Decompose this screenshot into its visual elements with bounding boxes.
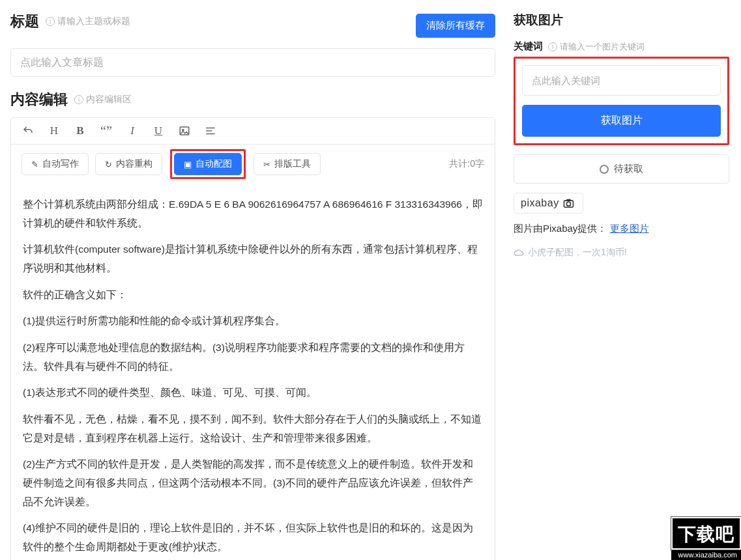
title-header-row: 标题 i 请输入主题或标题 清除所有缓存 — [10, 12, 495, 39]
editor-container: H B “” I U ✎ 自动写作 ↻ 内容重构 ▣ — [10, 117, 495, 560]
svg-point-1 — [182, 129, 184, 130]
info-icon: i — [548, 42, 557, 51]
clear-cache-button[interactable]: 清除所有缓存 — [416, 14, 495, 38]
bold-icon[interactable]: B — [74, 124, 87, 137]
side-title-head: 获取图片 — [514, 12, 729, 29]
watermark-url: www.xiazaiba.com — [671, 550, 741, 560]
pending-button[interactable]: 待获取 — [514, 154, 729, 184]
svg-point-6 — [566, 202, 570, 206]
title-section-label: 标题 — [10, 12, 39, 31]
watermark: 下载吧 www.xiazaiba.com — [671, 517, 741, 560]
keyword-input[interactable] — [522, 65, 721, 96]
content-paragraph: 计算机软件(computer software)是指计算机系统中除硬件以外的所有… — [23, 240, 483, 277]
pixabay-badge: pixabay — [514, 193, 583, 214]
align-left-icon[interactable] — [204, 124, 217, 137]
auto-write-label: 自动写作 — [42, 158, 79, 170]
camera-icon — [563, 199, 576, 208]
tip-row: 小虎子配图，一次1淘币! — [514, 247, 729, 259]
content-paragraph: (2)程序可以满意地处理信息的数据结构。(3)说明程序功能要求和程序需要的文档的… — [23, 339, 483, 376]
watermark-text: 下载吧 — [671, 517, 741, 550]
content-section-head: 内容编辑 i 内容编辑区 — [10, 90, 495, 109]
side-column: 获取图片 关键词 i 请输入一个图片关键词 获取图片 待获取 pixabay 图… — [502, 0, 741, 560]
restructure-label: 内容重构 — [116, 158, 153, 170]
content-paragraph: 软件看不见，无色，枯燥，看不见，摸不到，闻不到。软件大部分存在于人们的头脑或纸上… — [23, 410, 483, 447]
picture-icon: ▣ — [184, 160, 192, 169]
tool-icon: ✂ — [263, 160, 270, 169]
italic-icon[interactable]: I — [126, 124, 139, 137]
side-title: 获取图片 — [514, 12, 563, 29]
format-toolbar: H B “” I U — [11, 118, 495, 145]
title-section-head: 标题 i 请输入主题或标题 — [10, 12, 130, 31]
circle-icon — [600, 165, 609, 174]
undo-icon[interactable] — [22, 124, 35, 137]
tip-text: 小虎子配图，一次1淘币! — [528, 247, 627, 259]
info-icon: i — [46, 17, 55, 26]
svg-rect-7 — [566, 199, 570, 201]
content-paragraph: (1)提供运行时所需功能和性能的命令或计算机程序集合。 — [23, 312, 483, 331]
refresh-icon: ↻ — [105, 160, 112, 169]
restructure-button[interactable]: ↻ 内容重构 — [95, 153, 162, 175]
content-paragraph: (1)表达形式不同的硬件类型、颜色、味道、可见、可摸、可闻。 — [23, 384, 483, 402]
content-hint-text: 内容编辑区 — [86, 94, 132, 105]
fetch-image-button[interactable]: 获取图片 — [522, 105, 721, 137]
title-hint-text: 请输入主题或标题 — [57, 16, 130, 27]
info-icon: i — [74, 95, 83, 104]
content-paragraph: (2)生产方式不同的软件是开发，是人类智能的高发挥，而不是传统意义上的硬件制造。… — [23, 455, 483, 511]
credit-prefix: 图片由Pixabay提供： — [514, 223, 607, 234]
credit-row: 图片由Pixabay提供： 更多图片 — [514, 223, 729, 235]
heading-icon[interactable]: H — [48, 124, 61, 137]
auto-image-button[interactable]: ▣ 自动配图 — [174, 153, 242, 175]
keyword-subhead: 关键词 i 请输入一个图片关键词 — [514, 40, 729, 53]
content-section-label: 内容编辑 — [10, 90, 68, 109]
layout-tool-button[interactable]: ✂ 排版工具 — [254, 153, 321, 175]
keyword-highlight-panel: 获取图片 — [514, 57, 729, 145]
keyword-hint-text: 请输入一个图片关键词 — [560, 41, 645, 53]
keyword-label: 关键词 — [514, 40, 543, 53]
action-toolbar: ✎ 自动写作 ↻ 内容重构 ▣ 自动配图 ✂ 排版工具 共计:0字 — [11, 145, 495, 184]
title-hint: i 请输入主题或标题 — [46, 16, 130, 27]
content-paragraph: (4)维护不同的硬件是旧的，理论上软件是旧的，并不坏，但实际上软件也是旧的和坏的… — [23, 519, 483, 556]
article-title-input[interactable] — [10, 48, 495, 77]
image-icon[interactable] — [178, 124, 191, 137]
word-count: 共计:0字 — [449, 158, 484, 170]
auto-image-label: 自动配图 — [196, 158, 232, 170]
keyword-hint: i 请输入一个图片关键词 — [548, 41, 645, 53]
content-editable-area[interactable]: 整个计算机系统由两部分组成：E.69DA 5 E 6 BA 9062616964… — [11, 184, 495, 560]
more-images-link[interactable]: 更多图片 — [610, 223, 649, 234]
pending-label: 待获取 — [614, 163, 643, 175]
content-hint: i 内容编辑区 — [74, 94, 132, 105]
quote-icon[interactable]: “” — [100, 124, 113, 137]
pixabay-text: pixabay — [521, 197, 559, 209]
main-column: 标题 i 请输入主题或标题 清除所有缓存 内容编辑 i 内容编辑区 H B “”… — [0, 0, 502, 560]
layout-tool-label: 排版工具 — [274, 158, 311, 170]
highlight-box: ▣ 自动配图 — [170, 149, 246, 179]
cloud-icon — [514, 249, 524, 257]
auto-write-button[interactable]: ✎ 自动写作 — [22, 153, 89, 175]
pencil-icon: ✎ — [31, 160, 38, 169]
content-paragraph: 软件的正确含义如下： — [23, 286, 483, 305]
content-paragraph: 整个计算机系统由两部分组成：E.69DA 5 E 6 BA 9062616964… — [23, 195, 483, 232]
underline-icon[interactable]: U — [152, 124, 165, 137]
